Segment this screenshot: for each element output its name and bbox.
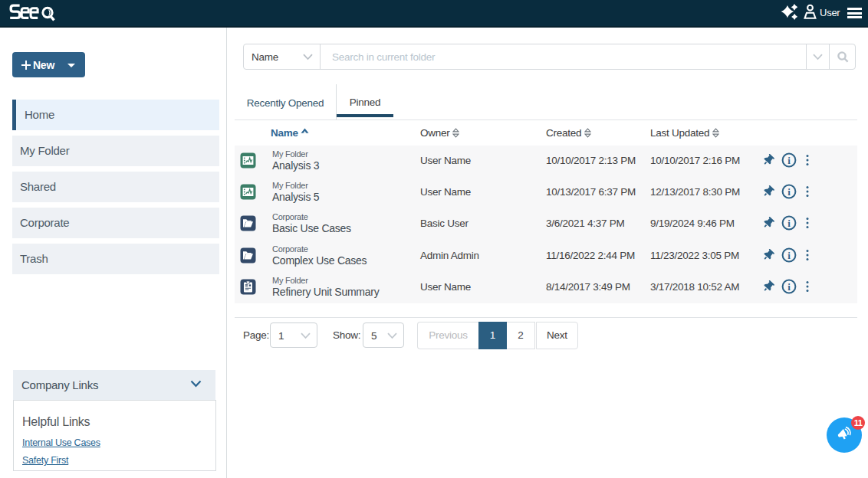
svg-text:i: i <box>787 281 791 293</box>
svg-text:i: i <box>787 155 791 166</box>
svg-text:i: i <box>787 186 791 198</box>
svg-text:i: i <box>787 218 791 229</box>
svg-text:i: i <box>787 250 791 261</box>
